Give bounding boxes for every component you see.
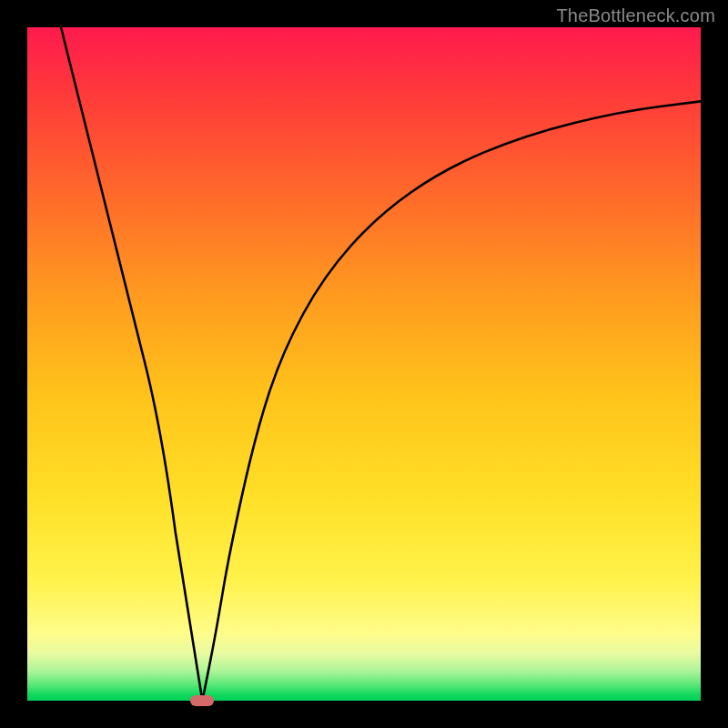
chart-frame: TheBottleneck.com — [0, 0, 728, 728]
curve-path — [61, 27, 701, 701]
watermark-text: TheBottleneck.com — [556, 5, 715, 26]
curve-svg — [27, 27, 701, 701]
plot-area — [27, 27, 701, 701]
min-marker — [190, 695, 214, 706]
